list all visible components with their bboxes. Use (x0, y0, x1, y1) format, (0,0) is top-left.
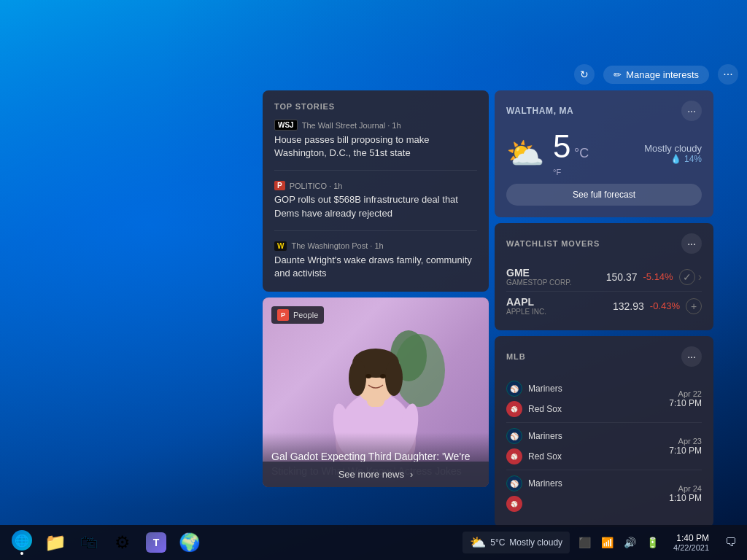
aapl-change: -0.43% (650, 300, 680, 311)
tray-volume-icon[interactable]: 🔊 (621, 534, 639, 551)
wp-badge: W (274, 241, 287, 251)
story-source: W The Washington Post · 1h (274, 241, 477, 251)
politico-badge: P (274, 181, 285, 190)
weather-temperature-area: 5 °C °F (553, 128, 589, 178)
game2-team2: ⚾ Red Sox (506, 448, 562, 464)
story-headline-3[interactable]: Daunte Wright's wake draws family, commu… (274, 254, 477, 280)
game2-time-area: Apr 23 7:10 PM (669, 437, 702, 456)
watchlist-header: WATCHLIST MOVERS ··· (506, 233, 702, 254)
weather-icon: ⛅ (506, 136, 544, 171)
mlb-more-button[interactable]: ··· (681, 346, 702, 367)
svg-point-10 (380, 374, 386, 378)
game1-date: Apr 22 (669, 389, 702, 398)
aapl-action-button[interactable]: + (686, 298, 702, 314)
mariners-logo-1: ⚾ (506, 381, 522, 397)
gme-action-button[interactable]: ✓ (679, 269, 695, 285)
watchlist-title: WATCHLIST MOVERS (506, 239, 600, 248)
chevron-right-icon: › (410, 469, 413, 480)
story-headline-2[interactable]: GOP rolls out $568B infrastructure deal … (274, 193, 477, 219)
story-source: P POLITICO · 1h (274, 181, 477, 190)
story-headline-1[interactable]: House passes bill proposing to make Wash… (274, 133, 477, 160)
taskbar-teams[interactable]: T (140, 526, 172, 559)
game2-team1: ⚾ Mariners (506, 428, 562, 444)
taskbar-file-explorer[interactable]: 📁 (39, 526, 71, 559)
svg-point-8 (385, 359, 403, 396)
widget-panel: ↻ ✏ Manage interests ··· TOP STORIES WSJ… (263, 64, 744, 527)
weather-description-area: Mostly cloudy 💧 14% (644, 143, 702, 164)
weather-header: WALTHAM, MA ··· (506, 101, 702, 121)
edge-active-indicator (20, 552, 23, 555)
game3-teams: ⚾ Mariners ⚾ Red Sox (506, 475, 562, 512)
mariners-name-2: Mariners (528, 431, 562, 441)
stock-row-aapl: AAPL APPLE INC. 132.93 -0.43% + (506, 292, 702, 320)
top-stories-label: TOP STORIES (274, 102, 477, 111)
mariners-logo-2: ⚾ (506, 428, 522, 444)
story-item: P POLITICO · 1h GOP rolls out $568B infr… (274, 181, 477, 230)
taskbar-apps: 🌐 📁 🛍 ⚙ T 🌍 (6, 526, 206, 559)
weather-more-button[interactable]: ··· (681, 101, 702, 121)
featured-card[interactable]: P People Gal Gadot Expecting Third Daugh… (263, 298, 489, 487)
system-tray: ⬛ 📶 🔊 🔋 (576, 534, 662, 551)
notification-button[interactable]: 🗨 (721, 533, 741, 552)
story-item: W The Washington Post · 1h Daunte Wright… (274, 241, 477, 280)
gme-company: GAMESTOP CORP. (506, 279, 606, 287)
weather-main: ⛅ 5 °C °F Mostly cloudy 💧 14% (506, 128, 702, 178)
file-explorer-icon: 📁 (44, 532, 66, 553)
redsox-logo-2: ⚾ (506, 448, 522, 464)
redsox-name-1: Red Sox (528, 404, 562, 414)
taskbar-browser[interactable]: 🌍 (174, 526, 206, 559)
mlb-card: MLB ··· ⚾ Mariners ⚾ Red Sox (495, 336, 713, 527)
game-row-3: ⚾ Mariners ⚾ Red Sox Apr 24 1:10 PM (506, 470, 702, 517)
game-row-1: ⚾ Mariners ⚾ Red Sox Apr 22 7:10 PM (506, 376, 702, 423)
weather-unit-fahrenheit: °F (553, 168, 561, 176)
taskbar-store[interactable]: 🛍 (73, 526, 105, 559)
story-item: WSJ The Wall Street Journal · 1h House p… (274, 120, 477, 171)
see-more-label: See more news (338, 469, 404, 480)
taskbar: 🌐 📁 🛍 ⚙ T 🌍 ⛅ 5°C Mostly c (0, 525, 747, 560)
weather-temperature: 5 (553, 128, 570, 164)
tray-taskview-icon[interactable]: ⬛ (576, 534, 594, 551)
politico-source-name: POLITICO · 1h (290, 182, 343, 190)
game1-time: 7:10 PM (669, 398, 702, 408)
gme-change: -5.14% (643, 271, 673, 282)
see-more-news-bar[interactable]: See more news › (263, 462, 489, 487)
taskbar-weather-temp: 5°C (490, 537, 505, 548)
see-full-forecast-button[interactable]: See full forecast (506, 184, 702, 206)
watchlist-card: WATCHLIST MOVERS ··· GME GAMESTOP CORP. … (495, 223, 713, 330)
game3-team2: ⚾ Red Sox (506, 496, 562, 512)
people-icon: P (277, 309, 289, 321)
taskbar-weather-widget[interactable]: ⛅ 5°C Mostly cloudy (462, 532, 570, 553)
game1-time-area: Apr 22 7:10 PM (669, 389, 702, 408)
right-column: WALTHAM, MA ··· ⛅ 5 °C °F Mostly cloudy … (495, 90, 713, 527)
watchlist-more-button[interactable]: ··· (681, 233, 702, 254)
svg-point-7 (349, 359, 366, 396)
news-column: TOP STORIES WSJ The Wall Street Journal … (263, 90, 489, 527)
redsox-logo-1: ⚾ (506, 401, 522, 417)
taskbar-time: 1:40 PM (673, 533, 709, 543)
gme-ticker: GME (506, 267, 606, 279)
droplet-icon: 💧 (670, 154, 681, 164)
game2-time: 7:10 PM (669, 446, 702, 456)
tray-network-icon[interactable]: 📶 (598, 534, 616, 551)
mlb-title: MLB (506, 352, 525, 361)
weather-unit-celsius: °C (574, 146, 589, 160)
top-stories-card: TOP STORIES WSJ The Wall Street Journal … (263, 90, 489, 292)
gme-info: GME GAMESTOP CORP. (506, 267, 606, 287)
redsox-logo-3: ⚾ (506, 496, 522, 512)
featured-source-badge: P People (271, 306, 324, 324)
taskbar-edge[interactable]: 🌐 (6, 526, 38, 559)
gme-expand-icon[interactable]: › (698, 271, 702, 284)
game3-date: Apr 24 (669, 484, 702, 493)
game1-team2: ⚾ Red Sox (506, 401, 562, 417)
tray-battery-icon[interactable]: 🔋 (643, 534, 662, 551)
taskbar-settings[interactable]: ⚙ (107, 526, 139, 559)
store-icon: 🛍 (80, 532, 98, 553)
widget-topbar: ↻ ✏ Manage interests ··· (263, 64, 744, 90)
datetime-area[interactable]: 1:40 PM 4/22/2021 (667, 532, 715, 553)
taskbar-right: ⛅ 5°C Mostly cloudy ⬛ 📶 🔊 🔋 1:40 PM 4/22… (462, 532, 741, 553)
refresh-button[interactable]: ↻ (574, 64, 595, 85)
manage-interests-button[interactable]: ✏ Manage interests (603, 66, 709, 84)
weather-card: WALTHAM, MA ··· ⛅ 5 °C °F Mostly cloudy … (495, 90, 713, 217)
widget-more-button[interactable]: ··· (718, 64, 738, 85)
mariners-name-1: Mariners (528, 384, 562, 394)
